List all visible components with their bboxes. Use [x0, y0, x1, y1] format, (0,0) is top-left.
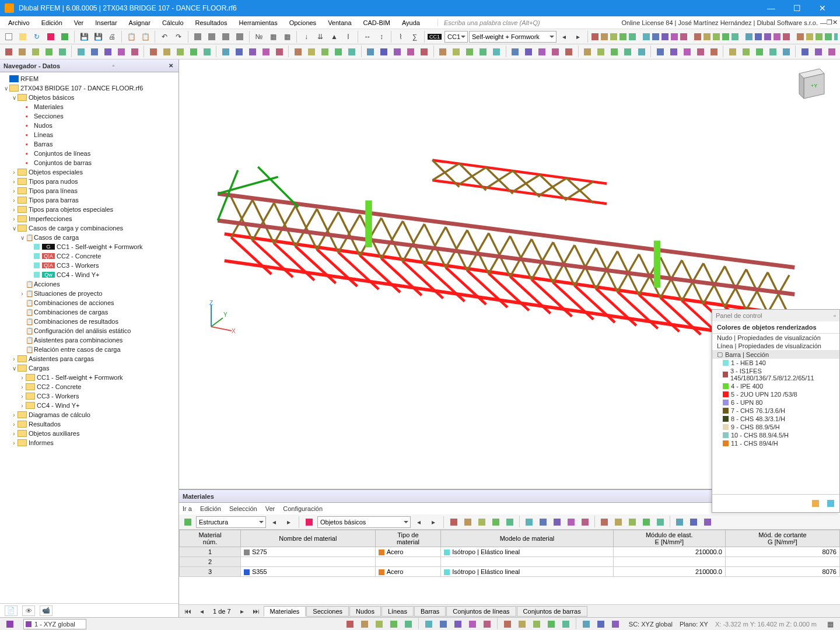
tb1-18-icon[interactable]	[773, 30, 781, 43]
tb2-27-icon[interactable]	[391, 46, 404, 58]
tb2-28-icon[interactable]	[405, 46, 417, 58]
bptb-2-icon[interactable]	[475, 516, 488, 528]
sb-2-icon[interactable]	[373, 618, 386, 631]
redo-icon[interactable]: ↷	[172, 30, 185, 43]
tb2-32-icon[interactable]	[464, 46, 476, 58]
section-item[interactable]: 4 - IPE 400	[712, 382, 839, 390]
tb1-8-icon[interactable]	[670, 30, 678, 43]
tb2-8-icon[interactable]	[115, 46, 127, 58]
section-item[interactable]: 3 - IS1FES 145/180/136/7.5/8/12.2/65/11	[712, 367, 839, 382]
cc-prev-icon[interactable]: ◂	[558, 30, 570, 43]
status-end-icon[interactable]: ▦	[824, 618, 836, 631]
bptb-3-icon[interactable]	[489, 516, 502, 528]
tb2-37-icon[interactable]	[536, 46, 548, 58]
tree-node[interactable]: ›Objetos especiales	[0, 167, 178, 177]
bp-menu-ver[interactable]: Ver	[265, 505, 275, 512]
bptb-7-icon[interactable]	[551, 516, 564, 528]
sb-11-icon[interactable]	[516, 618, 528, 631]
bp-menu-ir a[interactable]: Ir a	[183, 505, 192, 512]
tb2-30-icon[interactable]	[437, 46, 449, 58]
tb2-34-icon[interactable]	[491, 46, 503, 58]
tree-node[interactable]: ›Imperfecciones	[0, 214, 178, 223]
tb2-13-icon[interactable]	[187, 46, 200, 58]
tb2-26-icon[interactable]	[378, 46, 390, 58]
bptb-13-icon[interactable]	[640, 516, 653, 528]
bptb-4-icon[interactable]	[503, 516, 516, 528]
tb2-1-icon[interactable]	[16, 46, 28, 58]
tree-node[interactable]: ∨📋Casos de carga	[0, 233, 178, 242]
tb1-20-icon[interactable]	[796, 30, 804, 43]
tb2-4-icon[interactable]	[56, 46, 68, 58]
bptb-1-icon[interactable]	[461, 516, 474, 528]
deform-icon[interactable]: ⌇	[394, 30, 407, 43]
menu-cálculo[interactable]: Cálculo	[156, 18, 190, 27]
tree-node[interactable]: Q|ACC3 - Workers	[0, 261, 178, 270]
tree-node[interactable]: ∨Objetos básicos	[0, 93, 178, 102]
view1-icon[interactable]	[191, 30, 204, 43]
bptb-8-icon[interactable]	[565, 516, 578, 528]
support-icon[interactable]: ▲	[328, 30, 341, 43]
tb2-11-icon[interactable]	[160, 46, 173, 58]
grid-icon[interactable]: ▦	[281, 30, 293, 43]
tb1-0-icon[interactable]	[591, 30, 599, 43]
keyword-search[interactable]: Escriba una palabra clave (Alt+Q)	[438, 19, 548, 26]
bp-menu-configuración[interactable]: Configuración	[283, 505, 323, 512]
bptb-0-icon[interactable]	[447, 516, 460, 528]
tb2-15-icon[interactable]	[219, 46, 232, 58]
tb2-23-icon[interactable]	[332, 46, 345, 58]
tree-node[interactable]: ∨2TX043 BRIDGE 107 - DANCE FLOOR.rf6	[0, 83, 178, 93]
load2-icon[interactable]: ⇊	[314, 30, 327, 43]
module2-icon[interactable]	[58, 30, 71, 43]
tb2-50-icon[interactable]	[726, 46, 738, 58]
tree-node[interactable]: 📋Acciones	[0, 279, 178, 289]
tb1-4-icon[interactable]	[628, 30, 636, 43]
view4-icon[interactable]	[233, 30, 246, 43]
tb2-53-icon[interactable]	[766, 46, 779, 58]
mdi-restore[interactable]: ❐	[827, 19, 832, 26]
tb2-42-icon[interactable]	[608, 46, 621, 58]
menu-asignar[interactable]: Asignar	[123, 18, 156, 27]
ctrl-group-line[interactable]: Línea | Propiedades de visualización	[712, 342, 839, 350]
col-header[interactable]: Modelo de material	[441, 530, 613, 547]
view3-icon[interactable]	[219, 30, 232, 43]
bptb-17-icon[interactable]	[701, 516, 714, 528]
tree-node[interactable]: Q|ACC2 - Concrete	[0, 251, 178, 261]
view2-icon[interactable]	[205, 30, 218, 43]
tree-node[interactable]: ›Tipos para líneas	[0, 186, 178, 195]
table-row[interactable]: 3 S355 Acero Isótropo | Elástico lineal …	[180, 567, 840, 577]
tree-node[interactable]: 📋Asistentes para combinaciones	[0, 335, 178, 345]
tree-node[interactable]: ›Tipos para objetos especiales	[0, 205, 178, 214]
tb2-17-icon[interactable]	[246, 46, 258, 58]
sb-0-icon[interactable]	[344, 618, 356, 631]
cc-dropdown[interactable]: Self-weight + Formwork	[469, 31, 556, 43]
dim2-icon[interactable]: ↕	[375, 30, 388, 43]
tb2-43-icon[interactable]	[622, 46, 634, 58]
tb2-40-icon[interactable]	[582, 46, 594, 58]
col-header[interactable]: Materialnúm.	[180, 530, 241, 547]
tb2-36-icon[interactable]	[523, 46, 535, 58]
orientation-cube[interactable]: +Y	[792, 66, 833, 107]
menu-herramientas[interactable]: Herramientas	[233, 18, 284, 27]
menu-archivo[interactable]: Archivo	[2, 18, 36, 27]
tree-node[interactable]: ▪Nudos	[0, 121, 178, 130]
bp-tab-0[interactable]: Materiales	[264, 606, 306, 617]
ctrl-btn2-icon[interactable]	[824, 497, 837, 510]
tb2-7-icon[interactable]	[102, 46, 114, 58]
tree-node[interactable]: 📋Combinaciones de cargas	[0, 307, 178, 317]
bp-tab-5[interactable]: Conjuntos de líneas	[446, 606, 516, 617]
tb1-1-icon[interactable]	[600, 30, 608, 43]
bp-tab-2[interactable]: Nudos	[349, 606, 381, 617]
tb1-16-icon[interactable]	[754, 30, 762, 43]
tb2-9-icon[interactable]	[128, 46, 141, 58]
tb2-57-icon[interactable]	[825, 46, 838, 58]
sb-1-icon[interactable]	[358, 618, 371, 631]
tb2-0-icon[interactable]	[2, 46, 15, 58]
section-icon[interactable]: I	[342, 30, 355, 43]
load-icon[interactable]: ↓	[300, 30, 313, 43]
sb-8-icon[interactable]	[466, 618, 479, 631]
tb1-6-icon[interactable]	[652, 30, 660, 43]
tb1-23-icon[interactable]	[824, 30, 832, 43]
struct-icon[interactable]	[181, 516, 194, 528]
section-item[interactable]: 5 - 2UO UPN 120 /53/8	[712, 390, 839, 398]
bp-next-icon[interactable]: ▸	[282, 516, 295, 528]
